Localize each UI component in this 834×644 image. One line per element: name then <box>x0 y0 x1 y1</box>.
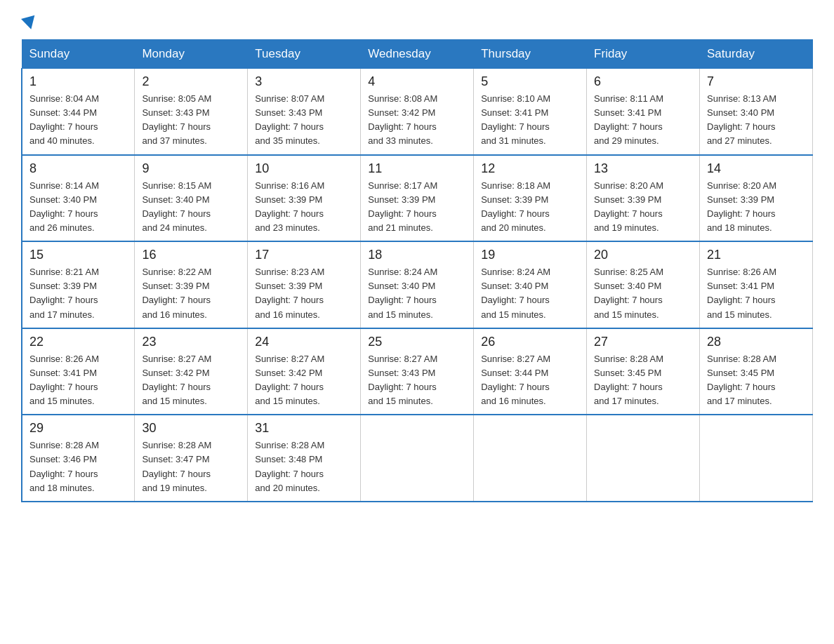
calendar-cell: 13 Sunrise: 8:20 AM Sunset: 3:39 PM Dayl… <box>587 155 700 242</box>
day-number: 31 <box>255 421 353 436</box>
week-row-5: 29 Sunrise: 8:28 AM Sunset: 3:46 PM Dayl… <box>22 415 813 502</box>
day-number: 22 <box>29 335 127 349</box>
calendar-cell: 28 Sunrise: 8:28 AM Sunset: 3:45 PM Dayl… <box>700 328 813 415</box>
day-info: Sunrise: 8:26 AM Sunset: 3:41 PM Dayligh… <box>707 265 805 322</box>
calendar-cell <box>474 415 587 502</box>
calendar-cell: 8 Sunrise: 8:14 AM Sunset: 3:40 PM Dayli… <box>22 155 135 242</box>
day-info: Sunrise: 8:22 AM Sunset: 3:39 PM Dayligh… <box>142 265 240 322</box>
day-number: 16 <box>142 248 240 262</box>
day-number: 17 <box>255 248 353 262</box>
day-info: Sunrise: 8:08 AM Sunset: 3:42 PM Dayligh… <box>368 92 466 149</box>
day-number: 6 <box>594 74 692 89</box>
week-row-2: 8 Sunrise: 8:14 AM Sunset: 3:40 PM Dayli… <box>22 155 813 242</box>
calendar-cell <box>587 415 700 502</box>
day-info: Sunrise: 8:07 AM Sunset: 3:43 PM Dayligh… <box>255 92 353 149</box>
calendar-cell <box>361 415 474 502</box>
day-info: Sunrise: 8:21 AM Sunset: 3:39 PM Dayligh… <box>29 265 127 322</box>
day-number: 19 <box>481 248 579 262</box>
day-info: Sunrise: 8:23 AM Sunset: 3:39 PM Dayligh… <box>255 265 353 322</box>
calendar-cell: 5 Sunrise: 8:10 AM Sunset: 3:41 PM Dayli… <box>474 69 587 155</box>
calendar-cell: 1 Sunrise: 8:04 AM Sunset: 3:44 PM Dayli… <box>22 69 135 155</box>
calendar-cell: 22 Sunrise: 8:26 AM Sunset: 3:41 PM Dayl… <box>22 328 135 415</box>
calendar-cell: 7 Sunrise: 8:13 AM Sunset: 3:40 PM Dayli… <box>700 69 813 155</box>
day-info: Sunrise: 8:18 AM Sunset: 3:39 PM Dayligh… <box>481 179 579 236</box>
day-number: 15 <box>29 248 127 262</box>
day-number: 7 <box>707 74 805 89</box>
calendar-cell: 27 Sunrise: 8:28 AM Sunset: 3:45 PM Dayl… <box>587 328 700 415</box>
day-number: 27 <box>594 335 692 349</box>
day-number: 9 <box>142 161 240 176</box>
day-info: Sunrise: 8:27 AM Sunset: 3:42 PM Dayligh… <box>255 352 353 409</box>
day-number: 5 <box>481 74 579 89</box>
day-number: 4 <box>368 74 466 89</box>
day-info: Sunrise: 8:28 AM Sunset: 3:48 PM Dayligh… <box>255 438 353 495</box>
week-row-4: 22 Sunrise: 8:26 AM Sunset: 3:41 PM Dayl… <box>22 328 813 415</box>
col-header-saturday: Saturday <box>700 40 813 69</box>
day-info: Sunrise: 8:28 AM Sunset: 3:47 PM Dayligh… <box>142 438 240 495</box>
day-info: Sunrise: 8:13 AM Sunset: 3:40 PM Dayligh… <box>707 92 805 149</box>
day-number: 25 <box>368 335 466 349</box>
day-number: 12 <box>481 161 579 176</box>
calendar-cell: 18 Sunrise: 8:24 AM Sunset: 3:40 PM Dayl… <box>361 241 474 328</box>
day-number: 24 <box>255 335 353 349</box>
calendar-cell <box>700 415 813 502</box>
calendar-table: SundayMondayTuesdayWednesdayThursdayFrid… <box>21 39 813 502</box>
calendar-cell: 21 Sunrise: 8:26 AM Sunset: 3:41 PM Dayl… <box>700 241 813 328</box>
day-info: Sunrise: 8:28 AM Sunset: 3:46 PM Dayligh… <box>29 438 127 495</box>
day-number: 18 <box>368 248 466 262</box>
day-number: 8 <box>29 161 127 176</box>
col-header-friday: Friday <box>587 40 700 69</box>
day-info: Sunrise: 8:10 AM Sunset: 3:41 PM Dayligh… <box>481 92 579 149</box>
calendar-cell: 4 Sunrise: 8:08 AM Sunset: 3:42 PM Dayli… <box>361 69 474 155</box>
col-header-thursday: Thursday <box>474 40 587 69</box>
week-row-3: 15 Sunrise: 8:21 AM Sunset: 3:39 PM Dayl… <box>22 241 813 328</box>
day-info: Sunrise: 8:27 AM Sunset: 3:43 PM Dayligh… <box>368 352 466 409</box>
page-header <box>21 14 813 27</box>
day-number: 10 <box>255 161 353 176</box>
calendar-cell: 19 Sunrise: 8:24 AM Sunset: 3:40 PM Dayl… <box>474 241 587 328</box>
calendar-cell: 24 Sunrise: 8:27 AM Sunset: 3:42 PM Dayl… <box>248 328 361 415</box>
day-number: 1 <box>29 74 127 89</box>
day-number: 3 <box>255 74 353 89</box>
calendar-cell: 10 Sunrise: 8:16 AM Sunset: 3:39 PM Dayl… <box>248 155 361 242</box>
day-number: 13 <box>594 161 692 176</box>
calendar-cell: 15 Sunrise: 8:21 AM Sunset: 3:39 PM Dayl… <box>22 241 135 328</box>
day-info: Sunrise: 8:14 AM Sunset: 3:40 PM Dayligh… <box>29 179 127 236</box>
day-info: Sunrise: 8:28 AM Sunset: 3:45 PM Dayligh… <box>707 352 805 409</box>
day-number: 21 <box>707 248 805 262</box>
col-header-wednesday: Wednesday <box>361 40 474 69</box>
calendar-cell: 17 Sunrise: 8:23 AM Sunset: 3:39 PM Dayl… <box>248 241 361 328</box>
day-number: 28 <box>707 335 805 349</box>
day-info: Sunrise: 8:24 AM Sunset: 3:40 PM Dayligh… <box>368 265 466 322</box>
col-header-sunday: Sunday <box>22 40 135 69</box>
day-info: Sunrise: 8:28 AM Sunset: 3:45 PM Dayligh… <box>594 352 692 409</box>
day-info: Sunrise: 8:20 AM Sunset: 3:39 PM Dayligh… <box>707 179 805 236</box>
day-number: 14 <box>707 161 805 176</box>
day-number: 30 <box>142 421 240 436</box>
day-info: Sunrise: 8:15 AM Sunset: 3:40 PM Dayligh… <box>142 179 240 236</box>
calendar-cell: 14 Sunrise: 8:20 AM Sunset: 3:39 PM Dayl… <box>700 155 813 242</box>
calendar-cell: 16 Sunrise: 8:22 AM Sunset: 3:39 PM Dayl… <box>135 241 248 328</box>
day-info: Sunrise: 8:11 AM Sunset: 3:41 PM Dayligh… <box>594 92 692 149</box>
day-number: 26 <box>481 335 579 349</box>
calendar-cell: 26 Sunrise: 8:27 AM Sunset: 3:44 PM Dayl… <box>474 328 587 415</box>
calendar-cell: 20 Sunrise: 8:25 AM Sunset: 3:40 PM Dayl… <box>587 241 700 328</box>
day-header-row: SundayMondayTuesdayWednesdayThursdayFrid… <box>22 40 813 69</box>
day-info: Sunrise: 8:20 AM Sunset: 3:39 PM Dayligh… <box>594 179 692 236</box>
day-info: Sunrise: 8:16 AM Sunset: 3:39 PM Dayligh… <box>255 179 353 236</box>
col-header-monday: Monday <box>135 40 248 69</box>
calendar-cell: 3 Sunrise: 8:07 AM Sunset: 3:43 PM Dayli… <box>248 69 361 155</box>
calendar-cell: 31 Sunrise: 8:28 AM Sunset: 3:48 PM Dayl… <box>248 415 361 502</box>
calendar-cell: 9 Sunrise: 8:15 AM Sunset: 3:40 PM Dayli… <box>135 155 248 242</box>
day-info: Sunrise: 8:24 AM Sunset: 3:40 PM Dayligh… <box>481 265 579 322</box>
logo-triangle-icon <box>21 15 38 32</box>
day-info: Sunrise: 8:26 AM Sunset: 3:41 PM Dayligh… <box>29 352 127 409</box>
calendar-cell: 2 Sunrise: 8:05 AM Sunset: 3:43 PM Dayli… <box>135 69 248 155</box>
day-info: Sunrise: 8:27 AM Sunset: 3:44 PM Dayligh… <box>481 352 579 409</box>
col-header-tuesday: Tuesday <box>248 40 361 69</box>
calendar-cell: 29 Sunrise: 8:28 AM Sunset: 3:46 PM Dayl… <box>22 415 135 502</box>
day-number: 20 <box>594 248 692 262</box>
calendar-cell: 12 Sunrise: 8:18 AM Sunset: 3:39 PM Dayl… <box>474 155 587 242</box>
calendar-cell: 30 Sunrise: 8:28 AM Sunset: 3:47 PM Dayl… <box>135 415 248 502</box>
day-number: 11 <box>368 161 466 176</box>
